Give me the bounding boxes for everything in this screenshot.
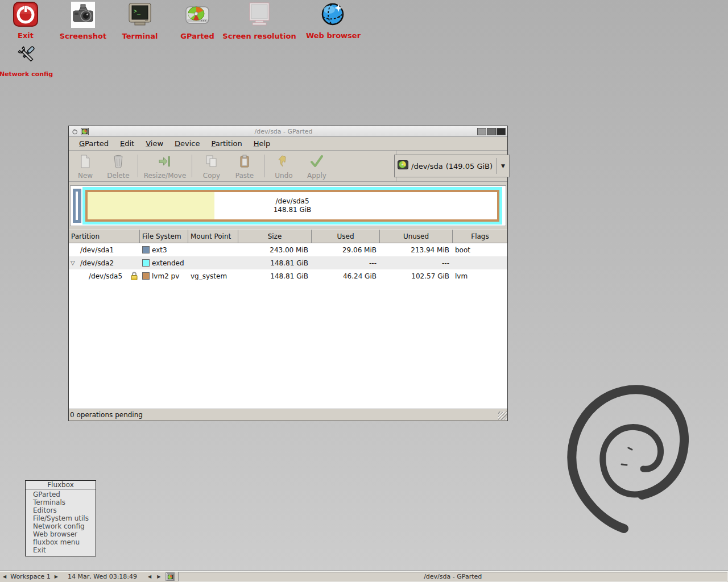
filesystem-type: extended [152, 259, 184, 267]
header-used[interactable]: Used [312, 230, 380, 243]
resize-move-button[interactable]: Resize/Move [141, 151, 189, 181]
gparted-app-icon [80, 127, 89, 136]
paste-button[interactable]: Paste [228, 151, 261, 181]
table-row-sda5[interactable]: /dev/sda5 lvm2 pv vg_system 148.81 GiB 4… [69, 269, 507, 282]
globe-icon [320, 1, 346, 30]
partition-name: /dev/sda5 [89, 272, 122, 280]
device-name: /dev/sda [411, 162, 443, 171]
gparted-task-icon[interactable] [166, 572, 175, 581]
svg-text:>_: >_ [134, 8, 141, 15]
filesystem-color-swatch [142, 246, 150, 253]
new-partition-icon [78, 154, 93, 171]
filesystem-type: ext3 [152, 246, 167, 254]
apply-button[interactable]: Apply [300, 151, 333, 181]
mount-point [188, 256, 238, 269]
menu-partition[interactable]: Partition [206, 138, 248, 149]
fluxbox-menu-item-web-browser[interactable]: Web browser [26, 530, 96, 538]
header-unused[interactable]: Unused [380, 230, 453, 243]
pending-operations-text: 0 operations pending [70, 411, 143, 419]
expander-icon[interactable]: ▽ [71, 260, 75, 266]
desktop-icon-web-browser[interactable]: Web browser [293, 1, 373, 40]
desktop-icon-network-config[interactable]: Network config [0, 43, 66, 78]
fluxbox-menu-item-editors[interactable]: Editors [26, 506, 96, 514]
menu-help[interactable]: Help [248, 138, 276, 149]
device-selector[interactable]: /dev/sda (149.05 GiB) ▼ [394, 155, 510, 177]
fluxbox-menu-item-network-config[interactable]: Network config [26, 522, 96, 530]
fluxbox-menu-item-gparted[interactable]: GParted [26, 490, 96, 498]
table-header: Partition File System Mount Point Size U… [69, 230, 507, 243]
partition-block-sda5[interactable]: /dev/sda5 148.81 GiB [85, 190, 499, 222]
table-row-sda1[interactable]: /dev/sda1 ext3 243.00 MiB 29.06 MiB 213.… [69, 243, 507, 256]
filesystem-type: lvm2 pv [152, 272, 179, 280]
size-value: 148.81 GiB [238, 269, 312, 282]
crossed-tools-icon [14, 43, 38, 69]
desktop-icon-label: Screen resolution [220, 32, 299, 40]
task-next-icon[interactable]: ▶ [154, 574, 163, 579]
menu-gparted[interactable]: GParted [73, 138, 114, 149]
partition-block-sda1[interactable] [73, 189, 81, 223]
header-file-system[interactable]: File System [140, 230, 188, 243]
filesystem-color-swatch [142, 272, 150, 280]
used-value: --- [312, 256, 380, 269]
workspace-label[interactable]: Workspace 1 [9, 573, 52, 580]
camera-icon [70, 2, 96, 30]
device-selector-area: /dev/sda (149.05 GiB) ▼ [396, 151, 507, 181]
disk-pie-icon [184, 2, 210, 30]
taskbar-task-button[interactable]: /dev/sda - GParted [178, 572, 727, 581]
header-mount-point[interactable]: Mount Point [188, 230, 238, 243]
toolbar-separator [192, 155, 192, 177]
desktop-icon-label: Network config [0, 70, 66, 78]
combo-separator [497, 158, 497, 174]
menu-view[interactable]: View [140, 138, 169, 149]
disk-icon [398, 160, 408, 172]
close-button[interactable] [497, 128, 506, 135]
partition-visual-area: /dev/sda5 148.81 GiB [69, 182, 507, 230]
size-value: 148.81 GiB [238, 256, 312, 269]
size-value: 243.00 MiB [238, 243, 312, 256]
partition-name: /dev/sda1 [80, 246, 114, 254]
debian-swirl-logo [555, 372, 691, 545]
taskbar: ◀ Workspace 1 ▶ 14 Mar, Wed 03:18:49 ◀ ▶… [0, 571, 728, 582]
partition-name: /dev/sda2 [80, 259, 114, 267]
fluxbox-menu-item-exit[interactable]: Exit [26, 546, 96, 554]
toolbar-separator [138, 155, 138, 177]
status-bar: 0 operations pending [69, 409, 507, 421]
table-row-sda2[interactable]: ▽ /dev/sda2 extended 148.81 GiB --- --- [69, 256, 507, 269]
apply-icon [309, 154, 324, 171]
filesystem-color-swatch [142, 259, 150, 267]
desktop-icon-screen-resolution[interactable]: Screen resolution [220, 2, 299, 40]
menu-edit[interactable]: Edit [114, 138, 140, 149]
window-menu-swirl-icon[interactable] [71, 127, 79, 136]
workspace-prev-icon[interactable]: ◀ [0, 574, 9, 579]
fluxbox-menu-title: Fluxbox [26, 481, 96, 489]
gparted-window: /dev/sda - GParted GParted Edit View Dev… [68, 126, 508, 421]
visual-partition-size: 148.81 GiB [274, 206, 312, 214]
visual-partition-name: /dev/sda5 [275, 197, 309, 206]
power-icon [13, 1, 39, 30]
partition-block-sda2-extended[interactable]: /dev/sda5 148.81 GiB [82, 187, 502, 225]
paste-icon [237, 154, 252, 171]
task-title: /dev/sda - GParted [424, 573, 482, 580]
minimize-button[interactable] [477, 128, 486, 135]
undo-button[interactable]: Undo [267, 151, 300, 181]
device-size: (149.05 GiB) [446, 162, 493, 171]
header-partition[interactable]: Partition [69, 230, 140, 243]
delete-button[interactable]: Delete [102, 151, 135, 181]
fluxbox-menu-item-fluxbox-menu[interactable]: fluxbox menu [26, 538, 96, 546]
maximize-button[interactable] [487, 128, 496, 135]
menu-device[interactable]: Device [169, 138, 205, 149]
fluxbox-menu-item-terminals[interactable]: Terminals [26, 498, 96, 506]
undo-icon [276, 154, 291, 171]
resize-grip[interactable] [498, 411, 507, 420]
fluxbox-menu-item-file-system-utils[interactable]: File/System utils [26, 514, 96, 522]
mount-point: vg_system [188, 269, 238, 282]
header-size[interactable]: Size [238, 230, 312, 243]
lock-icon [130, 271, 139, 282]
copy-icon [204, 154, 219, 171]
task-prev-icon[interactable]: ◀ [145, 574, 154, 579]
workspace-next-icon[interactable]: ▶ [52, 574, 61, 579]
header-flags[interactable]: Flags [453, 230, 507, 243]
copy-button[interactable]: Copy [195, 151, 228, 181]
new-button[interactable]: New [69, 151, 102, 181]
window-titlebar[interactable]: /dev/sda - GParted [69, 126, 507, 137]
